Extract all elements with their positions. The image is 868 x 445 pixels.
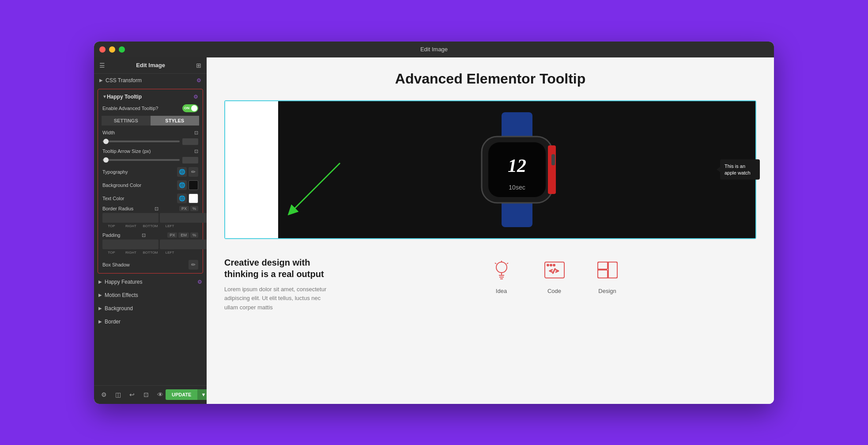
border-arrow: ▶	[98, 319, 102, 324]
border-radius-responsive-icon[interactable]: ⊡	[155, 206, 159, 212]
svg-point-10	[496, 262, 507, 273]
features-column: Idea </> Code	[352, 257, 756, 294]
padding-responsive-icon[interactable]: ⊡	[142, 232, 146, 238]
update-dropdown-button[interactable]: ▼	[197, 389, 207, 400]
arrow-size-label: Tooltip Arrow Size (px)	[102, 148, 151, 154]
update-button[interactable]: UPDATE	[166, 389, 197, 400]
motion-effects-arrow: ▶	[98, 293, 102, 297]
br-top-input[interactable]	[102, 213, 159, 223]
motion-effects-label: Motion Effects	[105, 292, 138, 298]
svg-text:10sec: 10sec	[509, 184, 525, 191]
tooltip-section-title: Happy Tooltip	[107, 94, 142, 100]
br-bottom-label: BOTTOM	[141, 224, 159, 228]
history-icon[interactable]: ↩	[127, 389, 137, 400]
br-left-label: LEFT	[161, 224, 179, 228]
svg-line-17	[507, 263, 508, 264]
bg-color-row: Background Color 🌐	[98, 179, 203, 192]
br-right-input[interactable]	[160, 213, 207, 223]
css-transform-label: CSS Transform	[106, 77, 142, 84]
arrow-size-input[interactable]	[182, 157, 198, 164]
background-row[interactable]: ▶ Background	[94, 302, 207, 315]
toggle-on-text: ON	[184, 106, 189, 110]
svg-line-16	[495, 263, 496, 264]
br-px-btn[interactable]: PX	[179, 206, 189, 211]
arrow-responsive-icon[interactable]: ⊡	[194, 148, 198, 154]
tooltip-arrow	[717, 167, 720, 172]
border-row[interactable]: ▶ Border	[94, 315, 207, 328]
close-button[interactable]	[99, 46, 106, 53]
maximize-button[interactable]	[119, 46, 125, 53]
idea-icon	[490, 259, 513, 281]
pad-em-btn[interactable]: EM	[178, 232, 189, 238]
design-label: Design	[598, 288, 616, 294]
minimize-button[interactable]	[109, 46, 115, 53]
width-slider-thumb[interactable]	[103, 139, 109, 144]
padding-sublabels: TOP RIGHT BOTTOM LEFT	[102, 251, 198, 255]
idea-label: Idea	[496, 288, 507, 294]
text-color-swatch[interactable]	[189, 194, 198, 203]
svg-point-20	[550, 264, 552, 266]
bg-color-global-icon[interactable]: 🌐	[177, 180, 187, 190]
text-color-global-icon[interactable]: 🌐	[177, 194, 187, 203]
main-content: Advanced Elementor Tooltip	[207, 57, 774, 404]
layers-icon[interactable]: ◫	[113, 389, 123, 400]
box-shadow-edit-icon[interactable]: ✏	[189, 260, 198, 270]
watch-image[interactable]: 12 10sec	[278, 101, 755, 238]
tab-styles-button[interactable]: STYLES	[151, 116, 200, 126]
box-shadow-label: Box Shadow	[102, 262, 130, 267]
pad-top-input[interactable]	[102, 240, 159, 249]
tooltip-expand-arrow: ▼	[102, 94, 107, 99]
arrow-slider-thumb[interactable]	[103, 157, 109, 163]
tabs-row: SETTINGS STYLES	[102, 116, 199, 126]
width-input[interactable]	[182, 138, 198, 145]
svg-point-19	[547, 264, 549, 266]
svg-rect-24	[598, 262, 608, 269]
preview-icon[interactable]: 👁	[155, 389, 166, 400]
typography-edit-icon[interactable]: ✏	[189, 167, 198, 177]
bg-color-icons: 🌐	[177, 180, 198, 190]
br-percent-btn[interactable]: %	[190, 206, 198, 211]
svg-rect-25	[608, 262, 617, 278]
settings-icon[interactable]: ⚙	[98, 389, 109, 400]
background-label: Background	[105, 305, 133, 312]
happy-features-arrow: ▶	[98, 279, 102, 284]
width-label: Width	[102, 130, 115, 135]
happy-tooltip-section: ▼ Happy Tooltip ⚙ Enable Advanced Toolti…	[98, 89, 203, 274]
tooltip-section-header[interactable]: ▼ Happy Tooltip ⚙	[98, 91, 203, 103]
bg-color-swatch[interactable]	[189, 180, 198, 190]
hamburger-icon[interactable]: ☰	[99, 62, 105, 69]
border-radius-label-row: Border Radius ⊡ PX %	[102, 206, 198, 212]
arrow-size-row: Tooltip Arrow Size (px) ⊡	[98, 147, 203, 156]
typography-global-icon[interactable]: 🌐	[177, 167, 187, 177]
border-label: Border	[105, 319, 121, 325]
pad-right-input[interactable]	[160, 240, 207, 249]
text-color-icons: 🌐	[177, 194, 198, 203]
width-responsive-icon[interactable]: ⊡	[194, 130, 198, 136]
pad-percent-btn[interactable]: %	[190, 232, 198, 238]
sidebar-header: ☰ Edit Image ⊞	[94, 57, 207, 74]
happy-features-row[interactable]: ▶ Happy Features ⚙	[94, 275, 207, 289]
feature-design: Design	[594, 257, 621, 294]
pad-px-btn[interactable]: PX	[167, 232, 177, 238]
border-radius-label: Border Radius	[102, 206, 133, 211]
content-heading: Creative design with thinking is a real …	[224, 257, 335, 280]
sidebar: ☰ Edit Image ⊞ ▶ CSS Transform ⚙ ▼ Happy…	[94, 57, 207, 404]
typography-label: Typography	[102, 169, 128, 175]
svg-rect-26	[598, 270, 608, 278]
svg-text:</>: </>	[549, 268, 559, 274]
typography-row: Typography 🌐 ✏	[98, 165, 203, 179]
motion-effects-row[interactable]: ▶ Motion Effects	[94, 289, 207, 302]
app-body: ☰ Edit Image ⊞ ▶ CSS Transform ⚙ ▼ Happy…	[94, 57, 774, 404]
grid-icon[interactable]: ⊞	[196, 62, 201, 69]
enable-row: Enable Advanced Tooltip? ON	[98, 103, 203, 115]
responsive-icon[interactable]: ⊡	[141, 389, 151, 400]
border-radius-inputs: 🔗	[102, 213, 198, 223]
traffic-lights	[99, 46, 125, 53]
tooltip-popup: This is an apple watch	[720, 159, 760, 180]
border-radius-section: Border Radius ⊡ PX % 🔗	[98, 205, 203, 230]
tooltip-settings-icon: ⚙	[193, 94, 198, 100]
enable-toggle[interactable]: ON	[182, 104, 198, 112]
css-transform-row[interactable]: ▶ CSS Transform ⚙	[94, 74, 207, 87]
padding-units: PX EM %	[167, 232, 198, 238]
tab-settings-button[interactable]: SETTINGS	[102, 116, 151, 126]
